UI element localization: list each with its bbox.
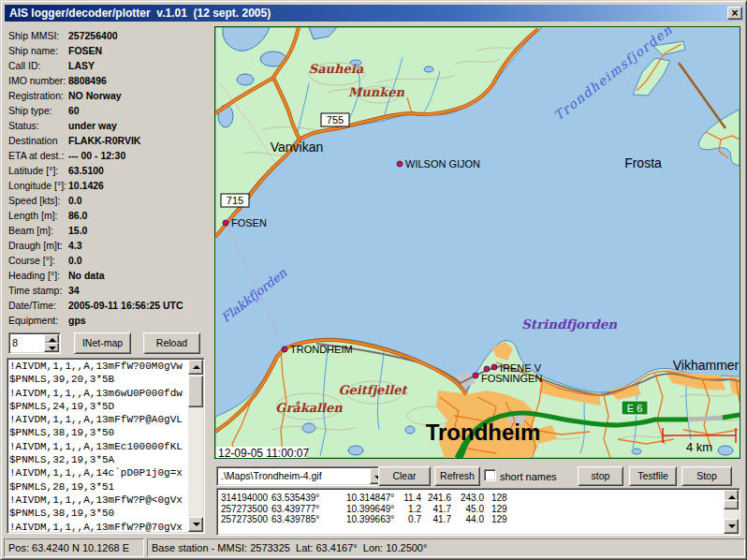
close-button[interactable]: × [727, 7, 742, 20]
field-label: Latitude [°]: [8, 165, 58, 176]
svg-text:FOSNINGEN: FOSNINGEN [481, 373, 542, 384]
refresh-button[interactable]: Refresh [434, 466, 480, 486]
svg-text:715: 715 [227, 195, 243, 206]
table-cell: 63.439777° [271, 504, 319, 514]
ship-dot[interactable] [484, 366, 490, 372]
nmea-scrollbar[interactable] [188, 360, 203, 532]
field-value: No data [68, 270, 105, 281]
ship-dot[interactable] [491, 364, 497, 370]
field-value: under way [68, 120, 117, 131]
svg-text:TRONDHEIM: TRONDHEIM [290, 344, 353, 355]
field-label: Longitude [°]: [8, 180, 66, 191]
table-cell: 63.535439° [271, 493, 319, 503]
field-value: gps [68, 315, 86, 326]
table-cell: 314194000 [221, 493, 268, 503]
short-names-label: short names [500, 471, 557, 482]
svg-text:WILSON GIJON: WILSON GIJON [405, 158, 480, 169]
field-value: 4.3 [68, 240, 82, 251]
ship-dot[interactable] [282, 346, 287, 352]
field-label: Ship type: [8, 105, 52, 116]
stop-button[interactable]: Stop [681, 466, 732, 486]
down-arrow-icon [49, 346, 56, 350]
field-label: Draugh [m]t: [8, 240, 63, 251]
field-value: 257256400 [68, 30, 118, 41]
table-cell: 41.7 [433, 504, 451, 514]
svg-text:Geitfjellet: Geitfjellet [338, 383, 408, 397]
table-row[interactable]: 25727350063.439785°10.399663°0.741.744.0… [217, 514, 704, 525]
field-value: 34 [68, 285, 80, 296]
field-value: 0.0 [68, 195, 82, 206]
scale-label: 4 km [686, 440, 712, 454]
field-value: 86.0 [68, 210, 87, 221]
field-value: FOSEN [68, 45, 102, 56]
table-cell: 128 [491, 493, 507, 503]
table-cell: 1.2 [408, 504, 421, 514]
ship-dot[interactable] [397, 161, 403, 167]
field-value: --- 00 - 12:30 [68, 150, 125, 161]
table-cell: 243.0 [461, 493, 484, 503]
table-cell: 0.7 [408, 514, 421, 524]
svg-text:Gråkallen: Gråkallen [275, 401, 343, 415]
svg-text:755: 755 [327, 114, 344, 125]
up-arrow-icon [49, 338, 56, 342]
app-window: AIS logger/decoder/plotter v.1.01 (12 se… [0, 0, 747, 560]
table-cell: 10.399649° [346, 504, 394, 514]
table-cell: 63.439785° [271, 514, 319, 524]
inet-map-button[interactable]: INet-map [74, 332, 131, 354]
table-row[interactable]: 31419400063.535439°10.314847°11.4241.624… [217, 493, 704, 504]
table-row[interactable]: 25727350063.439777°10.399649°1.241.745.0… [217, 504, 704, 515]
scroll-down-button[interactable] [188, 517, 203, 532]
field-label: ETA at dest.: [8, 150, 64, 161]
stop-lower-button[interactable]: stop [578, 466, 623, 486]
field-label: Heading [°]: [8, 270, 60, 281]
svg-text:Vikhammer: Vikhammer [673, 358, 740, 373]
scroll-thumb[interactable] [188, 376, 203, 407]
map-svg: 755 715 E 6 Trondheimsfjorden Flakkfjord… [215, 27, 740, 458]
ship-dot[interactable] [473, 373, 478, 378]
nmea-lines: !AIVDM,1,1,,A,13mFfW?00M0gVw $PNMLS,39,2… [9, 360, 187, 532]
field-value: 63.5100 [68, 165, 104, 176]
field-value: 15.0 [68, 225, 87, 236]
table-cell: 44.0 [466, 514, 484, 524]
svg-text:Frosta: Frosta [624, 155, 662, 170]
table-cell: 11.4 [403, 493, 421, 503]
field-label: Registration: [8, 90, 64, 101]
svg-text:Strindfjorden: Strindfjorden [521, 317, 617, 332]
field-label: Ship MMSI: [8, 30, 59, 41]
table-cell: 45.0 [466, 504, 484, 514]
reload-button[interactable]: Reload [143, 332, 200, 354]
vessel-table[interactable]: 31419400063.535439°10.314847°11.4241.624… [216, 488, 740, 536]
field-label: Call ID: [8, 60, 40, 71]
field-value: 2005-09-11 16:56:25 UTC [68, 300, 183, 311]
field-label: Date/Time: [8, 300, 56, 311]
table-cell: 41.7 [433, 514, 451, 524]
svg-text:Vanvikan: Vanvikan [271, 140, 324, 155]
field-value: FLAKK-R0RVIK [68, 135, 140, 146]
title-bar[interactable]: AIS logger/decoder/plotter v.1.01 (12 se… [5, 5, 744, 22]
table-scroll-down[interactable] [724, 519, 739, 534]
field-value: 0.0 [68, 255, 82, 266]
spinner-value: 8 [12, 337, 18, 348]
table-scroll-thumb[interactable] [724, 500, 739, 509]
field-label: Speed [kts]: [8, 195, 60, 206]
nmea-log-list[interactable]: !AIVDM,1,1,,A,13mFfW?00M0gVw $PNMLS,39,2… [7, 358, 205, 534]
short-names-checkbox[interactable] [484, 469, 496, 481]
map-file-value: .\Maps\Trondheim-4.gif [221, 470, 322, 481]
field-label: Beam [m]: [8, 225, 53, 236]
field-label: Course [°]: [8, 255, 55, 266]
status-position: Pos: 63.4240 N 10.1268 E [4, 538, 144, 557]
svg-text:FOSEN: FOSEN [231, 217, 267, 228]
scroll-up-button[interactable] [188, 360, 203, 375]
field-value: LASY [68, 60, 95, 71]
ship-dot[interactable] [223, 220, 228, 226]
testfile-button[interactable]: Testfile [629, 466, 677, 486]
update-interval-spinner[interactable]: 8 [8, 332, 61, 354]
spinner-down-button[interactable] [44, 343, 59, 352]
map-file-combobox[interactable]: .\Maps\Trondheim-4.gif [216, 466, 388, 486]
table-cell: 257273500 [221, 504, 268, 514]
clear-button[interactable]: Clear [378, 466, 431, 486]
map-timestamp: 12-09-05 11:00:07 [218, 447, 310, 458]
map-view[interactable]: 755 715 E 6 Trondheimsfjorden Flakkfjord… [214, 26, 740, 459]
window-title: AIS logger/decoder/plotter v.1.01 (12 se… [9, 5, 271, 22]
table-scrollbar[interactable] [724, 490, 739, 534]
